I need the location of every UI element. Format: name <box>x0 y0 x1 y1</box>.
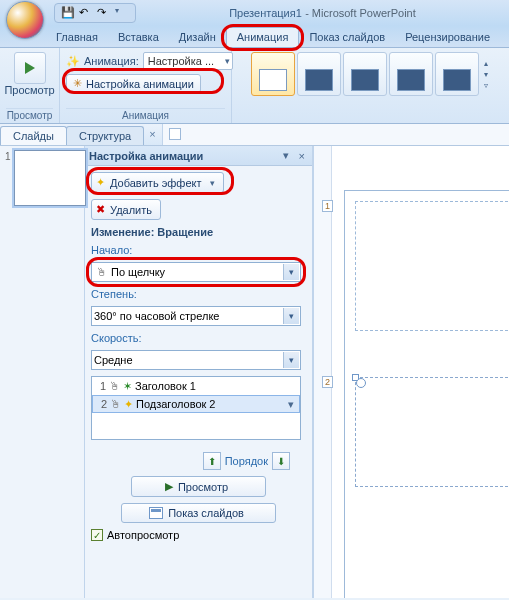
play-icon: ▶ <box>165 480 173 493</box>
tab-animation[interactable]: Анимация <box>226 27 300 47</box>
ruler-horizontal <box>162 124 509 145</box>
app-name: Microsoft PowerPoint <box>312 7 416 19</box>
undo-icon[interactable]: ↶ <box>79 6 93 20</box>
animation-combo-value: Настройка ... <box>148 55 214 67</box>
subtitle-placeholder[interactable] <box>355 377 509 487</box>
secondary-nav: Слайды Структура × <box>0 124 509 146</box>
animation-combo[interactable]: Настройка ... <box>143 52 233 70</box>
order-label: Порядок <box>225 455 268 467</box>
pane-menu-icon[interactable]: ▾ <box>280 149 292 162</box>
autopreview-label: Автопросмотр <box>107 529 179 541</box>
effect-name: Заголовок 1 <box>135 380 196 392</box>
transition-item[interactable] <box>251 52 295 96</box>
slide-editor[interactable]: 1 2 З <box>313 146 509 598</box>
nav-tab-outline[interactable]: Структура <box>66 126 144 145</box>
start-label: Начало: <box>91 244 306 256</box>
tab-design[interactable]: Дизайн <box>169 28 226 47</box>
transition-gallery[interactable]: ▴▾▿ <box>249 48 493 100</box>
pane-close-icon[interactable]: × <box>296 150 308 162</box>
chevron-down-icon[interactable]: ▾ <box>285 398 297 411</box>
mouse-icon: 🖱 <box>94 265 108 279</box>
speed-value: Средне <box>94 354 133 366</box>
pane-header: Настройка анимации ▾ × <box>85 146 312 166</box>
mouse-icon: 🖱 <box>110 398 121 410</box>
ribbon-group-transitions: ▴▾▿ <box>232 48 509 123</box>
office-button[interactable] <box>6 1 44 39</box>
pane-slideshow-button[interactable]: Показ слайдов <box>121 503 276 523</box>
start-dropdown[interactable]: 🖱 По щелчку ▾ <box>91 262 301 282</box>
thumbnail-panel[interactable] <box>0 146 85 598</box>
autopreview-checkbox[interactable]: ✓ Автопросмотр <box>91 529 306 541</box>
star-icon: ✦ <box>96 176 105 189</box>
effect-row[interactable]: 1 🖱 ✶ Заголовок 1 <box>92 377 300 395</box>
quick-access-toolbar[interactable]: 💾 ↶ ↷ ▾ <box>54 3 136 23</box>
nav-tab-slides[interactable]: Слайды <box>0 126 67 145</box>
effect-number: 1 <box>94 380 106 392</box>
window-title: Презентация1 - Microsoft PowerPoint <box>136 6 509 20</box>
qat-menu-icon[interactable]: ▾ <box>115 6 129 20</box>
title-bar: 💾 ↶ ↷ ▾ Презентация1 - Microsoft PowerPo… <box>0 0 509 26</box>
pane-preview-label: Просмотр <box>178 481 228 493</box>
gallery-more-icon[interactable]: ▴▾▿ <box>481 59 491 90</box>
preview-button[interactable]: Просмотр <box>0 50 58 98</box>
start-value: По щелчку <box>111 266 165 278</box>
tab-insert[interactable]: Вставка <box>108 28 169 47</box>
ribbon: Просмотр Просмотр ✨ Анимация: Настройка … <box>0 48 509 124</box>
redo-icon[interactable]: ↷ <box>97 6 111 20</box>
move-up-button[interactable]: ⬆ <box>203 452 221 470</box>
slide-thumbnail[interactable] <box>14 150 86 206</box>
mouse-icon: 🖱 <box>109 380 120 392</box>
pane-title: Настройка анимации <box>89 150 276 162</box>
animation-label: Анимация: <box>84 55 139 67</box>
transition-item[interactable] <box>297 52 341 96</box>
work-area: Настройка анимации ▾ × ✦ Добавить эффект… <box>0 146 509 598</box>
ribbon-group-animation: ✨ Анимация: Настройка ... ✳ Настройка ан… <box>60 48 232 123</box>
ruler-vertical <box>314 146 332 598</box>
reorder-controls: ⬆ Порядок ⬇ <box>91 452 306 470</box>
custom-animation-pane: Настройка анимации ▾ × ✦ Добавить эффект… <box>85 146 313 598</box>
chevron-down-icon[interactable]: ▾ <box>283 264 299 280</box>
nav-close-icon[interactable]: × <box>143 124 161 145</box>
degree-dropdown[interactable]: 360° по часовой стрелке ▾ <box>91 306 301 326</box>
title-placeholder[interactable]: З <box>355 201 509 331</box>
chevron-down-icon[interactable]: ▾ <box>283 308 299 324</box>
ribbon-group-animation-label: Анимация <box>66 108 225 123</box>
custom-animation-label: Настройка анимации <box>86 78 194 90</box>
effects-list[interactable]: 1 🖱 ✶ Заголовок 1 2 🖱 ✦ Подзаголовок 2 ▾ <box>91 376 301 440</box>
speed-label: Скорость: <box>91 332 306 344</box>
spin-icon: ✶ <box>123 380 132 393</box>
speed-dropdown[interactable]: Средне ▾ <box>91 350 301 370</box>
resize-handle[interactable] <box>352 374 359 381</box>
transition-item[interactable] <box>343 52 387 96</box>
add-effect-button[interactable]: ✦ Добавить эффект <box>91 172 224 193</box>
ribbon-group-preview-label: Просмотр <box>6 108 53 123</box>
checkbox-icon: ✓ <box>91 529 103 541</box>
tab-home[interactable]: Главная <box>46 28 108 47</box>
gear-icon: ✳ <box>73 77 82 90</box>
remove-icon: ✖ <box>96 203 105 216</box>
play-icon <box>25 62 35 74</box>
remove-label: Удалить <box>110 204 152 216</box>
save-icon[interactable]: 💾 <box>61 6 75 20</box>
slideshow-icon <box>149 507 163 519</box>
tab-slideshow[interactable]: Показ слайдов <box>299 28 395 47</box>
transition-item[interactable] <box>389 52 433 96</box>
change-section-label: Изменение: Вращение <box>91 226 306 238</box>
add-effect-label: Добавить эффект <box>110 177 201 189</box>
pane-preview-button[interactable]: ▶ Просмотр <box>131 476 266 497</box>
transition-item[interactable] <box>435 52 479 96</box>
spin-icon: ✦ <box>124 398 133 411</box>
document-name: Презентация1 <box>229 7 302 19</box>
star-icon: ✨ <box>66 55 80 68</box>
degree-label: Степень: <box>91 288 306 300</box>
custom-animation-button[interactable]: ✳ Настройка анимации <box>66 74 201 93</box>
ribbon-tabs: Главная Вставка Дизайн Анимация Показ сл… <box>0 26 509 48</box>
tab-review[interactable]: Рецензирование <box>395 28 500 47</box>
effect-name: Подзаголовок 2 <box>136 398 282 410</box>
effect-row[interactable]: 2 🖱 ✦ Подзаголовок 2 ▾ <box>92 395 300 413</box>
chevron-down-icon[interactable]: ▾ <box>283 352 299 368</box>
remove-effect-button[interactable]: ✖ Удалить <box>91 199 161 220</box>
animation-marker: 1 <box>322 200 333 212</box>
slide-canvas[interactable]: З <box>344 190 509 598</box>
move-down-button[interactable]: ⬇ <box>272 452 290 470</box>
